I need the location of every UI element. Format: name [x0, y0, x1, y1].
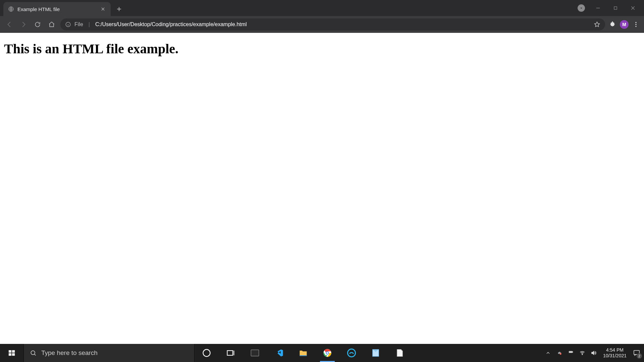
clock-date: 10/31/2021	[603, 353, 627, 359]
action-center-button[interactable]: 2	[629, 344, 644, 362]
action-center-badge: 2	[637, 353, 642, 359]
svg-rect-8	[9, 353, 11, 356]
url-separator: |	[89, 21, 90, 27]
browser-tab[interactable]: Example HTML file	[3, 2, 111, 16]
tray-overflow-icon[interactable]	[545, 350, 551, 356]
address-bar[interactable]: File | C:/Users/User/Desktop/Coding/prac…	[60, 18, 605, 31]
svg-rect-21	[573, 352, 573, 352]
svg-rect-7	[12, 350, 15, 353]
svg-rect-6	[9, 350, 11, 353]
home-button[interactable]	[46, 19, 57, 30]
search-icon	[30, 350, 37, 356]
clock-time: 4:54 PM	[606, 347, 624, 353]
svg-rect-13	[251, 350, 259, 356]
svg-rect-9	[12, 353, 15, 356]
new-tab-button[interactable]	[114, 4, 124, 14]
close-window-icon[interactable]	[629, 4, 637, 12]
cortana-button[interactable]	[195, 344, 219, 362]
maximize-window-icon[interactable]	[611, 4, 620, 12]
page-viewport: This is an HTML file example.	[0, 33, 644, 344]
url-path: C:/Users/User/Desktop/Coding/practices/e…	[95, 21, 247, 27]
svg-point-4	[635, 24, 636, 25]
url-scheme: File	[74, 21, 83, 27]
page-heading: This is an HTML file example.	[4, 41, 640, 57]
chrome-window: Example HTML file	[0, 0, 644, 362]
svg-point-23	[582, 354, 583, 355]
taskbar-app-sway[interactable]	[339, 344, 364, 362]
svg-point-5	[635, 26, 636, 27]
svg-point-10	[31, 351, 35, 355]
taskbar-search-placeholder: Type here to search	[41, 349, 98, 357]
taskbar-apps	[195, 344, 412, 362]
svg-rect-12	[227, 351, 233, 355]
task-view-button[interactable]	[219, 344, 243, 362]
system-tray	[541, 344, 600, 362]
globe-icon	[8, 6, 14, 12]
windows-taskbar: Type here to search	[0, 344, 644, 362]
bookmark-star-icon[interactable]	[594, 21, 600, 28]
reload-button[interactable]	[32, 19, 43, 30]
close-tab-icon[interactable]	[100, 6, 106, 12]
taskbar-app-chrome[interactable]	[315, 344, 339, 362]
site-info-icon[interactable]	[65, 21, 71, 27]
onedrive-tray-icon[interactable]	[556, 350, 563, 356]
browser-titlebar: Example HTML file	[0, 0, 644, 16]
svg-rect-1	[614, 7, 617, 9]
browser-toolbar: File | C:/Users/User/Desktop/Coding/prac…	[0, 16, 644, 33]
taskbar-app-terminal[interactable]	[243, 344, 267, 362]
battery-tray-icon[interactable]	[568, 350, 574, 356]
forward-button[interactable]	[18, 19, 29, 30]
extensions-icon[interactable]	[608, 20, 616, 28]
taskbar-app-document[interactable]	[388, 344, 412, 362]
chrome-menu-icon[interactable]	[632, 20, 640, 28]
minimize-window-icon[interactable]	[594, 4, 602, 12]
profile-avatar[interactable]: M	[620, 20, 629, 29]
svg-point-11	[203, 350, 210, 357]
volume-tray-icon[interactable]	[590, 350, 597, 356]
wifi-tray-icon[interactable]	[579, 350, 586, 356]
taskbar-search[interactable]: Type here to search	[23, 344, 195, 362]
taskbar-clock[interactable]: 4:54 PM 10/31/2021	[600, 344, 629, 362]
back-button[interactable]	[4, 19, 15, 30]
taskbar-app-file-explorer[interactable]	[291, 344, 315, 362]
window-controls	[578, 0, 644, 16]
svg-rect-22	[569, 352, 572, 353]
taskbar-app-vscode[interactable]	[267, 344, 291, 362]
start-button[interactable]	[0, 344, 23, 362]
taskbar-app-notes[interactable]	[364, 344, 388, 362]
tabs-strip: Example HTML file	[0, 0, 124, 16]
windows-logo-icon	[8, 349, 15, 357]
svg-point-16	[326, 352, 328, 354]
svg-point-3	[635, 22, 636, 23]
tab-title: Example HTML file	[17, 6, 97, 12]
share-tab-icon[interactable]	[578, 4, 585, 12]
profile-initial: M	[622, 22, 626, 27]
